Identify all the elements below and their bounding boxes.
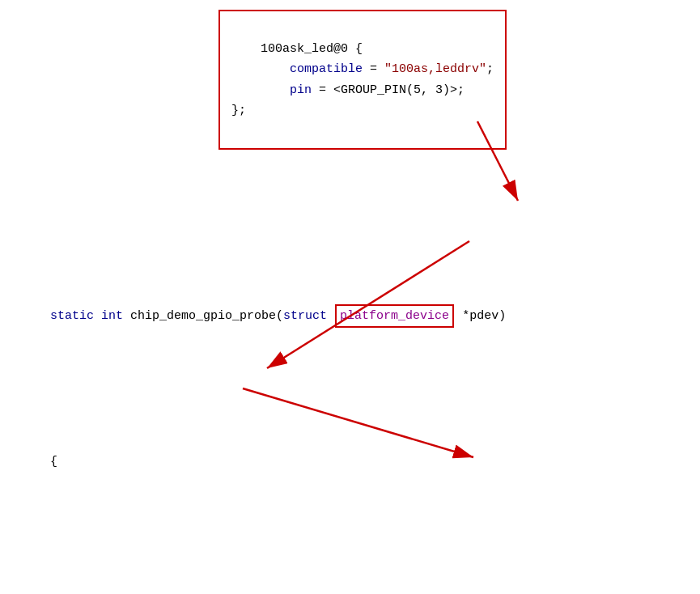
platform-device-box: platform_device (335, 304, 454, 329)
open-brace-line: { (6, 431, 506, 494)
main-code-area: static int chip_demo_gpio_probe(struct p… (0, 201, 506, 594)
func-name: chip_demo_gpio_probe( (130, 309, 283, 323)
top-line3: pin = <GROUP_PIN(5, 3)>; (231, 83, 465, 97)
top-line2: compatible = "100as,leddrv"; (231, 62, 494, 76)
top-line1: 100ask_led@0 { (261, 42, 363, 56)
top-code-block: 100ask_led@0 { compatible = "100as,leddr… (218, 10, 507, 150)
page-container: 100ask_led@0 { compatible = "100as,leddr… (0, 0, 700, 594)
struct-keyword: struct (283, 309, 334, 323)
static-keyword: static (50, 309, 101, 323)
struct-line: struct device_node *np; (6, 575, 506, 594)
func-sig-line: static int chip_demo_gpio_probe(struct p… (6, 283, 506, 349)
pdev-param: *pdev) (455, 309, 506, 323)
int-keyword-1: int (101, 309, 130, 323)
platform-device-text: platform_device (340, 309, 449, 323)
top-line4: }; (231, 104, 246, 117)
